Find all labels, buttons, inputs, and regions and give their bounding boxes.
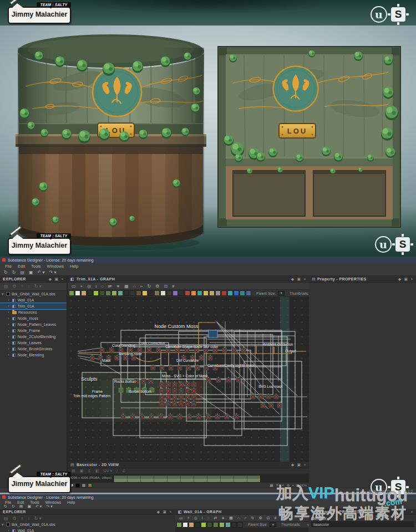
view2d-tool-icon[interactable]: ▤ xyxy=(72,469,75,473)
tree-item-node_pattern_leaves[interactable]: ›◧Node_Pattern_Leaves xyxy=(0,321,67,328)
node-type-chip[interactable] xyxy=(154,290,160,296)
node-type-chip[interactable] xyxy=(69,290,74,296)
float-icon[interactable]: ▣ xyxy=(54,277,58,282)
graph-tool-icon[interactable]: ⚙ xyxy=(258,516,262,520)
toolbar-icon[interactable]: ↻ xyxy=(4,270,8,275)
node-type-chip[interactable] xyxy=(176,522,182,528)
node-type-chip[interactable] xyxy=(81,290,87,296)
view2d-right-icon[interactable]: ⊕ xyxy=(287,483,290,488)
graph-tool-icon[interactable]: ∴ xyxy=(237,516,240,520)
tree-item-node_leaves[interactable]: ›◧Node_Leaves xyxy=(0,340,67,346)
node-type-chip[interactable] xyxy=(179,290,184,296)
menu-item[interactable]: Windows xyxy=(47,264,64,269)
menu-item[interactable]: Help xyxy=(67,500,75,504)
close-icon[interactable]: × xyxy=(304,277,307,281)
graph-tool-icon[interactable]: # xyxy=(275,516,277,520)
view2d-tool-icon[interactable]: / xyxy=(116,469,118,473)
view2d-tool-icon[interactable]: ◧ xyxy=(95,469,99,473)
node-type-chip[interactable] xyxy=(182,522,188,528)
graph-tool-icon[interactable]: ⌐ xyxy=(140,284,143,289)
node-type-chip[interactable] xyxy=(136,290,141,296)
texture-preview[interactable] xyxy=(113,475,261,483)
toolbar-icon[interactable]: ↷ ▾ xyxy=(49,270,56,275)
tree-item-trim_01a[interactable]: ›◧Trim_01A xyxy=(0,303,67,309)
graph-tool-icon[interactable]: ⇄ xyxy=(108,284,112,289)
view2d-right-icon[interactable]: ⇱ xyxy=(276,483,279,488)
menu-item[interactable]: Edit xyxy=(18,264,25,269)
graph-tab[interactable]: Wall_01A - GRAPH xyxy=(184,510,222,514)
explorer-tool-icon[interactable]: ▤ xyxy=(4,284,8,289)
explorer-tool-icon[interactable]: ↻ ▾ xyxy=(34,516,42,521)
explorer-tool-icon[interactable]: ▤ xyxy=(4,516,8,521)
explorer-tool-icon[interactable]: ↑ xyxy=(21,284,23,289)
node-type-chip[interactable] xyxy=(237,522,243,528)
tree-item-node_moss[interactable]: ›◧Node_moss xyxy=(0,315,67,321)
node-type-chip[interactable] xyxy=(111,290,117,296)
node-type-chip[interactable] xyxy=(209,290,215,296)
node-type-chip[interactable] xyxy=(219,522,225,528)
float-icon[interactable]: ▣ xyxy=(163,510,166,514)
node-type-chip[interactable] xyxy=(124,290,129,296)
node-type-chip[interactable] xyxy=(225,522,231,528)
node-type-chip[interactable] xyxy=(118,290,123,296)
node-type-chip[interactable] xyxy=(246,290,251,296)
graph-tool-icon[interactable]: ⇄ xyxy=(214,516,217,520)
tree-item-wall_01a[interactable]: ›◧Wall_01A xyxy=(0,297,67,303)
tree-root[interactable]: ▾Brk_Ghibli_Wall_01A.sbs xyxy=(0,291,67,297)
close-icon[interactable]: × xyxy=(411,510,414,514)
node-type-chip[interactable] xyxy=(197,290,202,296)
graph-tool-icon[interactable]: ∗ xyxy=(221,516,225,520)
node-type-chip[interactable] xyxy=(240,290,245,296)
view2d-right-icon[interactable]: • xyxy=(292,483,293,488)
tree-item[interactable]: ›◧ Wall_01A xyxy=(0,528,175,532)
node-type-chip[interactable] xyxy=(227,290,233,296)
explorer-tool-icon[interactable]: ↻ ▾ xyxy=(34,284,42,289)
toolbar-icon[interactable]: ↶ ▾ xyxy=(38,270,45,275)
pin-icon[interactable]: ◆ xyxy=(398,277,402,282)
node-type-chip[interactable] xyxy=(195,522,200,528)
graph-tool-icon[interactable]: ◌ xyxy=(101,284,104,289)
view2d-tab[interactable]: ▤ Basecolor - 2D VIEW xyxy=(70,463,119,467)
view2d-tool-icon[interactable]: ↥ xyxy=(88,469,91,473)
node-type-chip[interactable] xyxy=(221,290,227,296)
title-bar[interactable]: Substance Designer - License: 20 days re… xyxy=(0,257,416,263)
view2d-tool-icon[interactable]: ▣ xyxy=(80,469,84,473)
tree-item-node_2colorblending[interactable]: ›◧Node_2ColorBlending xyxy=(0,334,67,340)
explorer-tool-icon[interactable]: ⚙ xyxy=(13,284,17,289)
node-type-chip[interactable] xyxy=(207,522,212,528)
black-channel-icon[interactable] xyxy=(75,483,80,488)
pin-icon[interactable]: ◆ xyxy=(157,510,160,514)
toolbar-icon[interactable]: ↶ ▾ xyxy=(35,504,42,509)
float-icon[interactable]: ▣ xyxy=(297,277,301,282)
view2d-right-icon[interactable]: ▦ xyxy=(270,483,273,488)
toolbar-icon[interactable]: ↻ xyxy=(12,270,16,275)
graph-tool-icon[interactable]: ▦ xyxy=(229,516,233,520)
node-type-chip[interactable] xyxy=(189,522,194,528)
node-type-chip[interactable] xyxy=(213,522,219,528)
tree-item-node_blending[interactable]: ›◧Node_Blending xyxy=(0,352,67,358)
menu-item[interactable]: File xyxy=(5,500,11,504)
graph-tool-icon[interactable]: ⊡ xyxy=(164,284,168,289)
tree-item-resources[interactable]: ›Resources xyxy=(0,309,67,315)
node-type-chip[interactable] xyxy=(99,290,105,296)
node-type-chip[interactable] xyxy=(231,522,237,528)
node-type-chip[interactable] xyxy=(160,290,166,296)
menu-item[interactable]: Tools xyxy=(30,500,39,504)
close-icon[interactable]: × xyxy=(170,510,173,514)
graph-tool-icon[interactable]: ⚙ xyxy=(155,284,159,289)
menu-item[interactable]: File xyxy=(5,264,12,269)
graph-tool-icon[interactable]: ⊡ xyxy=(267,516,270,520)
menu-item[interactable]: Help xyxy=(70,264,78,269)
toolbar-icon[interactable]: ▤ xyxy=(20,270,24,275)
node-type-chip[interactable] xyxy=(185,290,190,296)
node-type-chip[interactable] xyxy=(142,290,148,296)
toolbar-icon[interactable]: ▣ xyxy=(27,504,31,509)
graph-tool-icon[interactable]: + xyxy=(80,284,83,289)
toolbar-icon[interactable]: ↷ ▾ xyxy=(46,504,52,509)
node-type-chip[interactable] xyxy=(148,290,154,296)
node-type-chip[interactable] xyxy=(234,290,239,296)
explorer-tool-icon[interactable]: ↑ xyxy=(21,516,23,521)
toolbar-icon[interactable]: ▤ xyxy=(19,504,23,509)
graph-canvas[interactable] xyxy=(175,528,308,532)
node-type-chip[interactable] xyxy=(87,290,93,296)
